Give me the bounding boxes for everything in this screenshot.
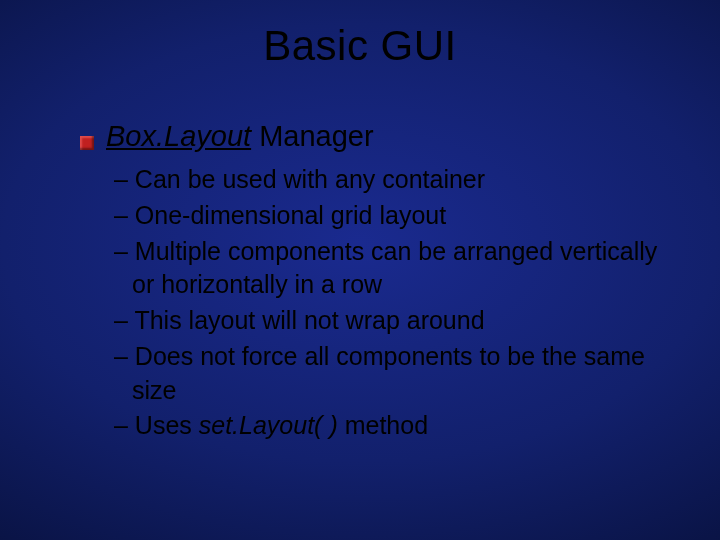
slide-title: Basic GUI	[0, 0, 720, 70]
sub-list: – Can be used with any container – One-d…	[114, 163, 670, 443]
class-name: Box.Layout	[106, 120, 251, 152]
method-name: set.Layout( )	[199, 411, 338, 439]
main-bullet-suffix: Manager	[251, 120, 374, 152]
sub-item: – Uses set.Layout( ) method	[114, 409, 670, 443]
square-bullet-icon	[80, 136, 94, 150]
content-area: Box.Layout Manager – Can be used with an…	[80, 120, 670, 445]
main-bullet-text: Box.Layout Manager	[106, 120, 374, 153]
sub-item: – Does not force all components to be th…	[114, 340, 670, 408]
main-bullet: Box.Layout Manager	[80, 120, 670, 153]
sub-item: – This layout will not wrap around	[114, 304, 670, 338]
sub-item: – Multiple components can be arranged ve…	[114, 235, 670, 303]
sub-item: – One-dimensional grid layout	[114, 199, 670, 233]
slide: Basic GUI Box.Layout Manager – Can be us…	[0, 0, 720, 540]
sub-item: – Can be used with any container	[114, 163, 670, 197]
sub-item-prefix: – Uses	[114, 411, 199, 439]
sub-item-suffix: method	[338, 411, 428, 439]
